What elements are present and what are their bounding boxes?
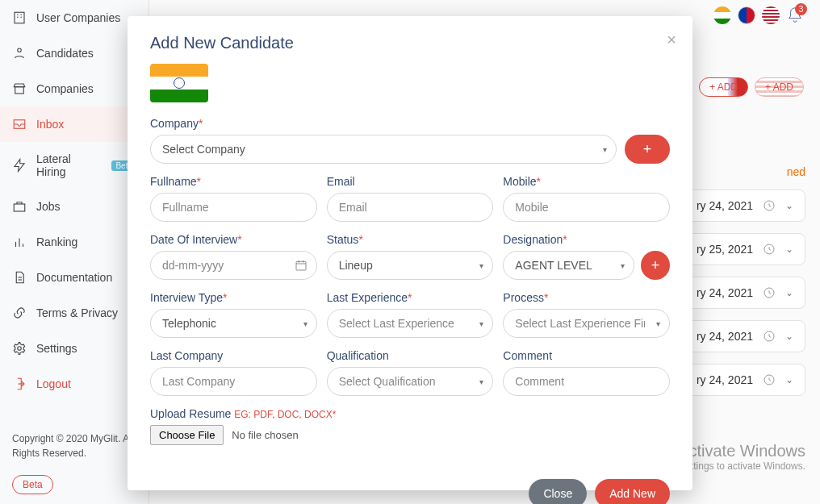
close-button[interactable]: Close	[529, 479, 587, 504]
last-exp-select[interactable]: Select Last Experience	[327, 309, 494, 338]
choose-file-button[interactable]: Choose File	[150, 425, 224, 445]
designation-label: Designation*	[503, 233, 670, 246]
interview-type-select[interactable]: Telephonic	[150, 309, 317, 338]
calendar-icon[interactable]	[295, 259, 308, 272]
fullname-label: Fullname*	[150, 175, 317, 188]
mobile-label: Mobile*	[503, 175, 670, 188]
add-designation-button[interactable]: +	[641, 251, 670, 280]
status-select[interactable]: Lineup	[327, 251, 494, 280]
mobile-input[interactable]	[503, 193, 670, 222]
last-company-label: Last Company	[150, 349, 317, 362]
close-icon[interactable]: ×	[667, 31, 676, 49]
qualification-select[interactable]: Select Qualification	[327, 367, 494, 396]
process-label: Process*	[503, 291, 670, 304]
designation-select[interactable]: AGENT LEVEL	[503, 251, 634, 280]
qualification-label: Qualification	[327, 349, 494, 362]
date-input[interactable]	[150, 251, 317, 280]
upload-label: Upload Resume EG: PDF, DOC, DOCX*	[150, 407, 670, 420]
svg-rect-22	[296, 261, 306, 270]
add-candidate-modal: Add New Candidate × Company* Select Comp…	[128, 16, 692, 490]
modal-title: Add New Candidate	[150, 34, 670, 52]
fullname-input[interactable]	[150, 193, 317, 222]
status-label: Status*	[327, 233, 494, 246]
modal-overlay: Add New Candidate × Company* Select Comp…	[0, 0, 820, 504]
process-select[interactable]: Select Last Experience First	[503, 309, 670, 338]
file-status: No file chosen	[232, 429, 298, 441]
interview-type-label: Interview Type*	[150, 291, 317, 304]
email-label: Email	[327, 175, 494, 188]
comment-input[interactable]	[503, 367, 670, 396]
add-company-button[interactable]: +	[625, 135, 670, 164]
company-select[interactable]: Select Company	[150, 135, 617, 164]
last-company-input[interactable]	[150, 367, 317, 396]
company-label: Company*	[150, 117, 670, 130]
date-label: Date Of Interview*	[150, 233, 317, 246]
last-exp-label: Last Experience*	[327, 291, 494, 304]
comment-label: Comment	[503, 349, 670, 362]
email-input[interactable]	[327, 193, 494, 222]
add-new-button[interactable]: Add New	[595, 479, 670, 504]
india-flag-icon	[150, 64, 208, 102]
